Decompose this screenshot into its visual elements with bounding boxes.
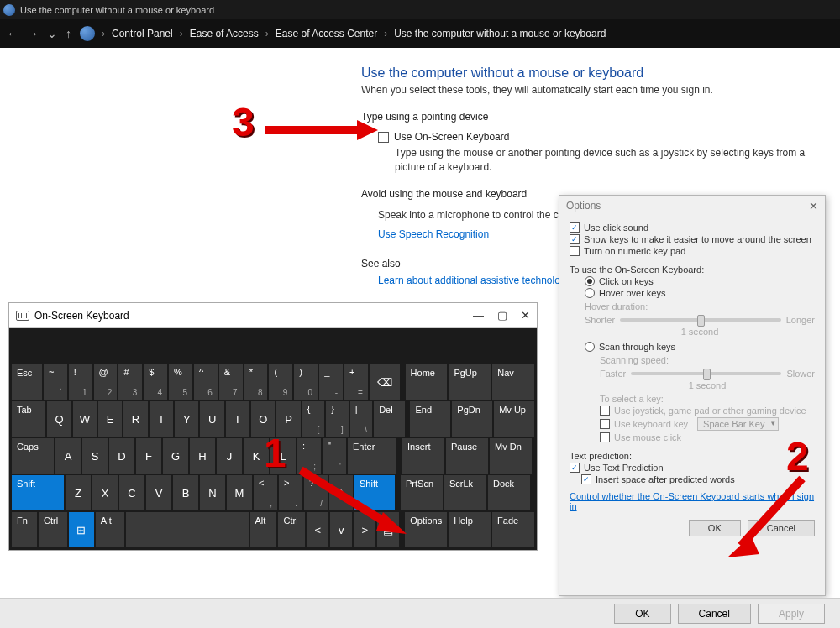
osk-key[interactable]: N (200, 475, 225, 510)
assistive-tech-link[interactable]: Learn about additional assistive technol… (378, 275, 566, 286)
osk-key[interactable]: Y (175, 401, 198, 437)
osk-key[interactable]: ^6 (194, 364, 218, 400)
osk-key[interactable]: G (163, 438, 188, 474)
osk-key[interactable]: Z (66, 475, 91, 510)
osk-key[interactable]: J (217, 438, 242, 474)
osk-key[interactable]: *8 (244, 364, 268, 400)
osk-key[interactable]: Home (406, 364, 448, 400)
osk-key[interactable]: <, (254, 475, 277, 510)
control-panel-icon[interactable] (80, 26, 95, 41)
osk-key[interactable]: Fn (12, 512, 37, 547)
back-arrow-icon[interactable]: ← (7, 27, 18, 40)
osk-key[interactable]: C (119, 475, 144, 510)
osk-key[interactable]: W (73, 401, 97, 437)
speech-recognition-link[interactable]: Use Speech Recognition (378, 228, 489, 240)
osk-key[interactable]: PgDn (452, 401, 492, 437)
osk-key[interactable]: Nav (492, 364, 534, 400)
osk-key[interactable]: A (55, 438, 81, 474)
page-ok-button[interactable]: OK (614, 604, 670, 624)
numeric-keypad-checkbox[interactable] (570, 246, 580, 256)
osk-key[interactable]: H (190, 438, 215, 474)
osk-key[interactable]: E (98, 401, 122, 437)
osk-key[interactable]: ScrLk (444, 475, 486, 510)
osk-key[interactable]: R (123, 401, 147, 437)
osk-key[interactable] (126, 512, 249, 547)
osk-key[interactable]: ~` (44, 364, 67, 400)
osk-key[interactable]: |\ (350, 401, 372, 437)
osk-key[interactable]: Fade (492, 512, 534, 547)
osk-key[interactable]: Shift (354, 475, 395, 510)
close-icon[interactable]: ✕ (521, 309, 530, 322)
osk-key[interactable]: Ctrl (39, 512, 67, 547)
breadcrumb-item[interactable]: Ease of Access Center (276, 28, 377, 39)
dropdown-arrow-icon[interactable]: ⌄ (47, 27, 57, 40)
insert-space-checkbox[interactable] (581, 474, 591, 484)
osk-key[interactable]: ^ (329, 475, 353, 510)
osk-key[interactable]: }] (326, 401, 348, 437)
click-sound-checkbox[interactable] (570, 222, 580, 233)
use-osk-checkbox[interactable] (378, 132, 389, 143)
osk-key[interactable]: M (227, 475, 252, 510)
osk-key[interactable]: Esc (12, 364, 42, 400)
osk-key[interactable]: T (150, 401, 173, 437)
osk-key[interactable]: Alt (250, 512, 277, 547)
osk-key[interactable]: < (307, 512, 328, 547)
osk-key[interactable]: $4 (144, 364, 167, 400)
osk-key[interactable]: PgUp (449, 364, 491, 400)
osk-key[interactable]: Alt (96, 512, 124, 547)
osk-key[interactable]: Mv Dn (490, 438, 532, 474)
osk-key[interactable]: Help (449, 512, 491, 547)
hover-duration-slider[interactable] (620, 318, 781, 322)
osk-key[interactable]: Dock (488, 475, 530, 510)
breadcrumb-item[interactable]: Ease of Access (190, 28, 259, 39)
osk-key[interactable]: F (136, 438, 161, 474)
osk-key[interactable]: X (92, 475, 118, 510)
breadcrumb-item[interactable]: Use the computer without a mouse or keyb… (394, 28, 606, 39)
osk-key[interactable]: Tab (12, 401, 45, 437)
scan-keys-radio[interactable] (585, 342, 595, 352)
forward-arrow-icon[interactable]: → (27, 27, 39, 40)
hover-keys-radio[interactable] (585, 288, 595, 298)
osk-key[interactable]: Mv Up (494, 401, 534, 437)
osk-key[interactable]: Options (405, 512, 447, 547)
osk-key[interactable]: D (109, 438, 134, 474)
dialog-close-icon[interactable]: ✕ (809, 200, 818, 212)
scan-speed-slider[interactable] (631, 372, 781, 375)
osk-key[interactable]: Q (47, 401, 71, 437)
osk-key[interactable]: &7 (219, 364, 243, 400)
page-cancel-button[interactable]: Cancel (678, 604, 751, 624)
osk-key[interactable]: V (146, 475, 171, 510)
osk-key[interactable]: :; (297, 438, 321, 474)
osk-key[interactable]: S (82, 438, 108, 474)
osk-key[interactable]: PrtScn (401, 475, 443, 510)
click-keys-radio[interactable] (585, 276, 595, 286)
osk-key[interactable]: ⊞ (69, 512, 94, 547)
osk-key[interactable]: Enter (348, 438, 396, 474)
breadcrumb-item[interactable]: Control Panel (112, 28, 173, 39)
osk-key[interactable]: _- (319, 364, 343, 400)
osk-key[interactable]: Insert (402, 438, 444, 474)
osk-key[interactable]: Caps (12, 438, 54, 474)
osk-key[interactable]: += (344, 364, 368, 400)
minimize-icon[interactable]: — (473, 309, 484, 322)
osk-key[interactable]: > (354, 512, 375, 547)
osk-key[interactable]: Pause (446, 438, 488, 474)
osk-key[interactable]: Shift (12, 475, 64, 510)
dialog-ok-button[interactable]: OK (689, 520, 741, 536)
osk-key[interactable]: Del (374, 401, 405, 437)
osk-key[interactable]: Ctrl (278, 512, 305, 547)
osk-key[interactable]: I (226, 401, 249, 437)
osk-key[interactable]: "' (323, 438, 346, 474)
osk-key[interactable]: @2 (94, 364, 118, 400)
text-prediction-checkbox[interactable] (570, 463, 580, 473)
osk-key[interactable]: ▤ (377, 512, 399, 547)
osk-key[interactable]: {[ (302, 401, 324, 437)
osk-key[interactable]: )0 (294, 364, 318, 400)
maximize-icon[interactable]: ▢ (497, 309, 507, 322)
osk-key[interactable]: B (173, 475, 198, 510)
osk-key[interactable]: ?/ (304, 475, 328, 510)
osk-key[interactable]: #3 (118, 364, 142, 400)
osk-key[interactable]: U (200, 401, 223, 437)
osk-startup-link[interactable]: Control whether the On-Screen Keyboard s… (570, 491, 815, 511)
osk-key[interactable]: (9 (269, 364, 292, 400)
